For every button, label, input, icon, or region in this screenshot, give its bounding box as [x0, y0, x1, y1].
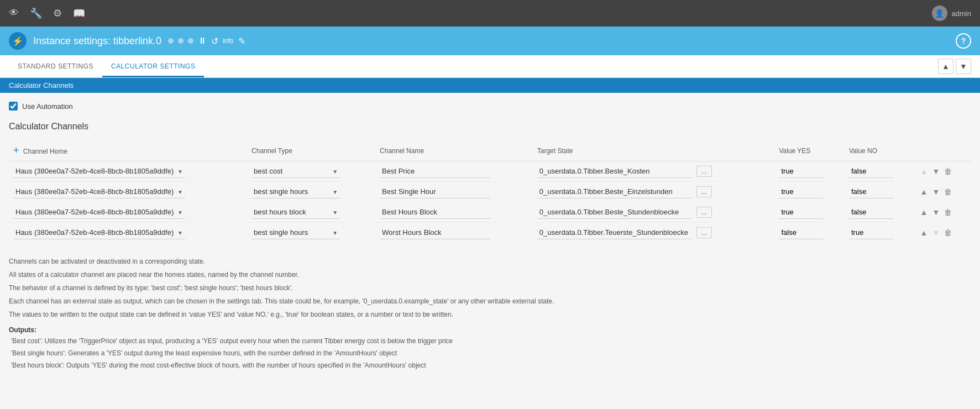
- delete-button-3[interactable]: 🗑: [943, 227, 953, 238]
- type-select-1[interactable]: best single hours: [251, 185, 340, 198]
- table-header-row: + Channel Home Channel Type Channel Name…: [9, 140, 971, 161]
- book-icon[interactable]: 📖: [73, 7, 85, 19]
- output-desc-2: 'Best single hours': Generates a 'YES' o…: [11, 348, 971, 358]
- row-3-home: Haus (380ee0a7-52eb-4ce8-8bcb-8b1805a9dd…: [9, 223, 247, 243]
- row-2-home: Haus (380ee0a7-52eb-4ce8-8bcb-8b1805a9dd…: [9, 202, 247, 223]
- value-no-input-1[interactable]: [849, 185, 893, 198]
- row-2-channel-name: [375, 202, 533, 223]
- row-1-channel-name: [375, 182, 533, 202]
- channel-name-input-1[interactable]: [380, 185, 490, 198]
- target-state-dots-button-0[interactable]: ...: [696, 166, 712, 177]
- value-no-input-3[interactable]: [849, 226, 893, 239]
- user-menu[interactable]: 👤 admin: [932, 6, 971, 21]
- channel-name-input-0[interactable]: [380, 165, 490, 178]
- move-down-button-3[interactable]: ▼: [931, 227, 941, 238]
- move-down-button-1[interactable]: ▼: [931, 186, 941, 197]
- row-0-actions: ▲▼🗑: [915, 161, 971, 182]
- tab-calculator[interactable]: CALCULATOR SETTINGS: [102, 57, 204, 77]
- target-state-dots-button-1[interactable]: ...: [696, 186, 712, 197]
- channels-table: + Channel Home Channel Type Channel Name…: [9, 140, 971, 243]
- home-select-2[interactable]: Haus (380ee0a7-52eb-4ce8-8bcb-8b1805a9dd…: [13, 206, 185, 219]
- row-3-target-state: ...: [533, 223, 775, 243]
- download-button[interactable]: ▼: [956, 59, 971, 74]
- move-up-button-3[interactable]: ▲: [919, 227, 929, 238]
- wrench-icon[interactable]: 🔧: [30, 7, 42, 19]
- edit-button[interactable]: ✎: [238, 36, 245, 46]
- instance-controls: ⏸ ↺ info ✎: [168, 36, 245, 46]
- help-button[interactable]: ?: [956, 33, 971, 49]
- row-2-value-yes: [774, 202, 845, 223]
- desc-3: The behavior of a channel is defined by …: [9, 283, 971, 293]
- target-state-input-0[interactable]: [537, 165, 692, 178]
- upload-button[interactable]: ▲: [938, 59, 953, 74]
- instance-logo: ⚡: [9, 32, 27, 50]
- target-state-input-3[interactable]: [537, 226, 692, 239]
- row-3-type: best single hours▼: [247, 223, 375, 243]
- dot1[interactable]: [168, 38, 174, 44]
- automation-row: Use Automation: [9, 102, 971, 111]
- value-yes-input-0[interactable]: [779, 165, 823, 178]
- instance-title: Instance settings: tibberlink.0: [33, 35, 161, 47]
- row-3-value-yes: [774, 223, 845, 243]
- dot2[interactable]: [178, 38, 184, 44]
- delete-button-1[interactable]: 🗑: [943, 186, 953, 197]
- th-actions: [915, 140, 971, 161]
- home-select-0[interactable]: Haus (380ee0a7-52eb-4ce8-8bcb-8b1805a9dd…: [13, 165, 185, 178]
- home-select-1[interactable]: Haus (380ee0a7-52eb-4ce8-8bcb-8b1805a9dd…: [13, 185, 185, 198]
- desc-4: Each channel has an external state as ou…: [9, 296, 971, 306]
- table-row: Haus (380ee0a7-52eb-4ce8-8bcb-8b1805a9dd…: [9, 161, 971, 182]
- type-select-0[interactable]: best cost: [251, 165, 340, 178]
- move-up-button-1[interactable]: ▲: [919, 186, 929, 197]
- automation-checkbox[interactable]: [9, 102, 18, 111]
- delete-button-0[interactable]: 🗑: [943, 166, 953, 177]
- move-up-button-2[interactable]: ▲: [919, 207, 929, 218]
- type-select-2[interactable]: best hours block: [251, 206, 340, 219]
- tab-standard[interactable]: STANDARD SETTINGS: [9, 57, 102, 77]
- row-2-value-no: [845, 202, 915, 223]
- info-link[interactable]: info: [223, 37, 233, 45]
- th-target-state: Target State: [533, 140, 775, 161]
- pause-button[interactable]: ⏸: [198, 36, 207, 46]
- row-3-actions: ▲▼🗑: [915, 223, 971, 243]
- channel-name-input-2[interactable]: [380, 206, 490, 219]
- target-state-input-2[interactable]: [537, 206, 692, 219]
- row-1-target-state: ...: [533, 182, 775, 202]
- refresh-button[interactable]: ↺: [211, 36, 218, 46]
- type-select-3[interactable]: best single hours: [251, 226, 340, 239]
- row-0-home: Haus (380ee0a7-52eb-4ce8-8bcb-8b1805a9dd…: [9, 161, 247, 182]
- target-state-dots-button-2[interactable]: ...: [696, 207, 712, 218]
- row-3-value-no: [845, 223, 915, 243]
- value-yes-input-1[interactable]: [779, 185, 823, 198]
- eye-icon[interactable]: 👁: [9, 7, 19, 19]
- row-1-value-yes: [774, 182, 845, 202]
- target-state-dots-button-3[interactable]: ...: [696, 227, 712, 238]
- section-header-label: Calculator Channels: [9, 81, 74, 90]
- table-row: Haus (380ee0a7-52eb-4ce8-8bcb-8b1805a9dd…: [9, 202, 971, 223]
- add-channel-button[interactable]: +: [13, 145, 19, 156]
- th-value-yes: Value YES: [774, 140, 845, 161]
- channel-name-input-3[interactable]: [380, 226, 490, 239]
- th-channel-home: + Channel Home: [9, 140, 247, 161]
- desc-5: The values to be written to the output s…: [9, 310, 971, 319]
- move-down-button-2[interactable]: ▼: [931, 207, 941, 218]
- row-0-value-yes: [774, 161, 845, 182]
- move-up-button-0[interactable]: ▲: [919, 166, 929, 177]
- dot3[interactable]: [188, 38, 193, 44]
- value-yes-input-2[interactable]: [779, 206, 823, 219]
- value-no-input-2[interactable]: [849, 206, 893, 219]
- row-2-actions: ▲▼🗑: [915, 202, 971, 223]
- home-select-3[interactable]: Haus (380ee0a7-52eb-4ce8-8bcb-8b1805a9dd…: [13, 226, 185, 239]
- th-channel-type: Channel Type: [247, 140, 375, 161]
- row-0-target-state: ...: [533, 161, 775, 182]
- output-desc-3: 'Best hours block': Outputs 'YES' during…: [11, 360, 971, 370]
- value-no-input-0[interactable]: [849, 165, 893, 178]
- move-down-button-0[interactable]: ▼: [931, 166, 941, 177]
- delete-button-2[interactable]: 🗑: [943, 207, 953, 218]
- value-yes-input-3[interactable]: [779, 226, 823, 239]
- instance-header: ⚡ Instance settings: tibberlink.0 ⏸ ↺ in…: [0, 27, 980, 55]
- table-row: Haus (380ee0a7-52eb-4ce8-8bcb-8b1805a9dd…: [9, 182, 971, 202]
- top-navigation: 👁 🔧 ⚙ 📖 👤 admin: [0, 0, 980, 27]
- gear-icon[interactable]: ⚙: [53, 7, 62, 19]
- target-state-input-1[interactable]: [537, 185, 692, 198]
- desc-2: All states of a calculator channel are p…: [9, 270, 971, 280]
